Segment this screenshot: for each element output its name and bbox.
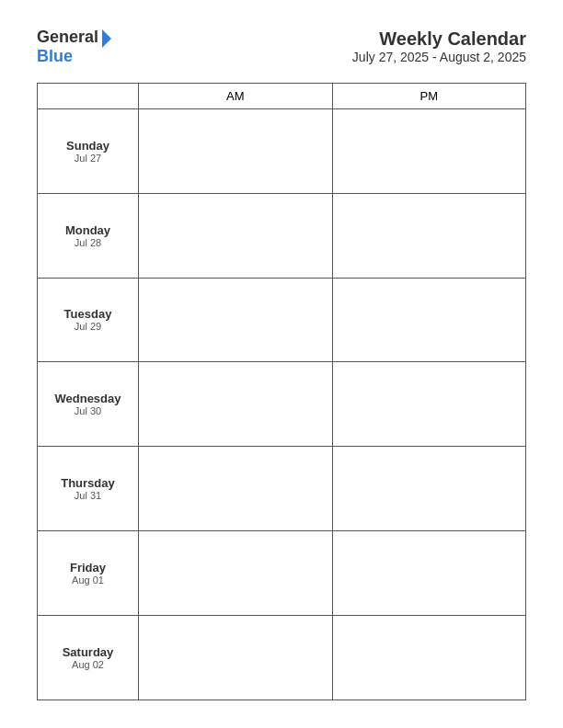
day-name: Thursday [41,476,134,490]
am-cell [139,278,333,362]
col-header-day [38,83,139,108]
col-header-pm: PM [332,83,526,108]
pm-cell [332,193,526,278]
am-cell [139,193,333,278]
day-name: Saturday [41,645,134,659]
am-cell [139,108,333,193]
day-cell: WednesdayJul 30 [38,362,139,447]
calendar-title: Weekly Calendar [352,28,526,50]
pm-cell [332,108,526,193]
pm-cell [332,616,526,700]
title-block: Weekly Calendar July 27, 2025 - August 2… [352,28,526,64]
day-cell: SundayJul 27 [38,108,139,193]
table-row: TuesdayJul 29 [38,278,526,362]
am-cell [139,616,333,700]
logo-blue: Blue [37,48,111,66]
table-row: SundayJul 27 [38,108,526,193]
day-cell: FridayAug 01 [38,531,139,616]
pm-cell [332,278,526,362]
table-row: MondayJul 28 [38,193,526,278]
am-cell [139,447,333,531]
table-row: WednesdayJul 30 [38,362,526,447]
day-date: Jul 31 [41,490,134,501]
am-cell [139,362,333,447]
calendar-subtitle: July 27, 2025 - August 2, 2025 [352,50,526,64]
logo-triangle-icon [102,29,111,48]
col-header-am: AM [139,83,333,108]
logo: General Blue [37,28,111,66]
day-date: Jul 28 [41,237,134,248]
day-date: Aug 02 [41,659,134,670]
day-name: Wednesday [41,392,134,405]
logo-block: General Blue [37,28,111,66]
day-cell: ThursdayJul 31 [38,447,139,531]
day-name: Tuesday [41,307,134,321]
am-cell [139,531,333,616]
logo-row: General [37,28,111,48]
day-cell: TuesdayJul 29 [38,278,139,362]
pm-cell [332,447,526,531]
logo-general: General [37,28,98,47]
day-date: Jul 30 [41,405,134,416]
table-row: FridayAug 01 [38,531,526,616]
day-name: Friday [41,561,134,574]
table-row: ThursdayJul 31 [38,447,526,531]
day-date: Jul 27 [41,153,134,164]
day-cell: SaturdayAug 02 [38,616,139,700]
header: General Blue Weekly Calendar July 27, 20… [37,28,526,66]
day-name: Sunday [41,139,134,153]
day-cell: MondayJul 28 [38,193,139,278]
page: General Blue Weekly Calendar July 27, 20… [0,0,563,728]
pm-cell [332,362,526,447]
day-date: Jul 29 [41,321,134,332]
day-name: Monday [41,223,134,237]
table-row: SaturdayAug 02 [38,616,526,700]
day-date: Aug 01 [41,574,134,586]
calendar-table: AM PM SundayJul 27MondayJul 28TuesdayJul… [37,83,526,700]
pm-cell [332,531,526,616]
